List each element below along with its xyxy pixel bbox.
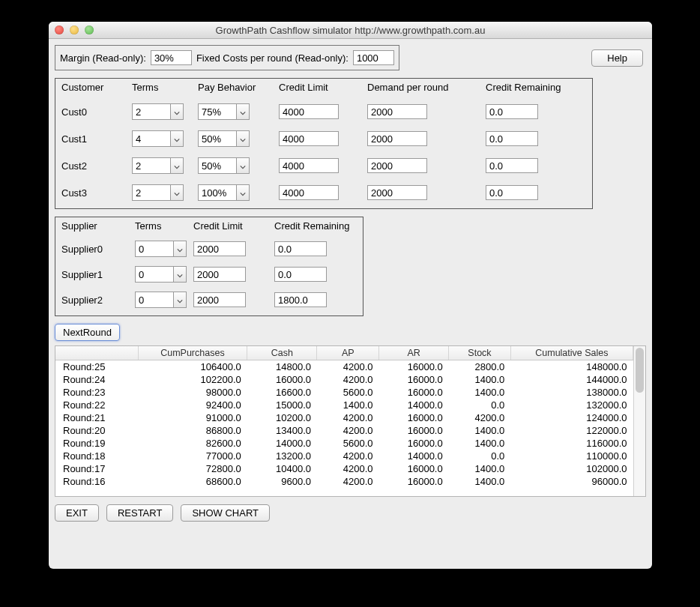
cust1-pay-value[interactable]	[198, 130, 236, 147]
sup2-credit-limit[interactable]	[193, 292, 246, 307]
col-header-3[interactable]: AP	[317, 346, 379, 360]
cust2-pay-value[interactable]	[198, 157, 236, 174]
table-cell: 9600.0	[247, 475, 317, 488]
table-row[interactable]: Round:1877000.013200.04200.014000.00.011…	[55, 450, 633, 462]
table-row[interactable]: Round:25106400.014800.04200.016000.02800…	[55, 360, 633, 374]
cust2-credit-remaining[interactable]	[486, 158, 538, 173]
cust1-demand[interactable]	[367, 131, 427, 146]
cust1-pay-dropdown[interactable]	[236, 130, 250, 147]
sup-header-supplier: Supplier	[61, 220, 129, 232]
sup0-terms-dropdown[interactable]	[173, 241, 187, 257]
fixed-costs-field[interactable]	[353, 50, 394, 65]
cust3-credit-remaining[interactable]	[486, 185, 538, 200]
cust0-demand[interactable]	[367, 104, 427, 119]
sup2-terms-value[interactable]	[135, 292, 173, 308]
table-cell: Round:21	[55, 411, 138, 424]
table-cell: Round:18	[55, 450, 138, 462]
sup2-credit-remaining[interactable]	[274, 292, 327, 307]
col-header-1[interactable]: CumPurchases	[138, 346, 247, 360]
titlebar: GrowthPath Cashflow simulator http://www…	[49, 22, 652, 39]
sup1-credit-remaining[interactable]	[274, 267, 327, 282]
close-icon[interactable]	[55, 25, 64, 34]
sup-header-terms: Terms	[135, 220, 187, 232]
sup0-terms-value[interactable]	[135, 241, 173, 257]
scrollbar-thumb[interactable]	[636, 348, 644, 393]
bottom-buttons: EXIT RESTART SHOW CHART	[55, 504, 646, 522]
col-header-0[interactable]	[55, 346, 138, 360]
table-row[interactable]: Round:1668600.09600.04200.016000.01400.0…	[55, 475, 633, 488]
sup1-terms-dropdown[interactable]	[173, 266, 187, 283]
sup0-credit-limit[interactable]	[193, 241, 246, 256]
help-button[interactable]: Help	[591, 49, 643, 67]
chevron-down-icon	[240, 160, 246, 172]
cust2-pay-dropdown[interactable]	[236, 157, 250, 174]
sup1-credit-limit[interactable]	[193, 267, 246, 282]
table-cell: 1400.0	[317, 399, 379, 411]
cust0-terms-dropdown[interactable]	[170, 103, 184, 120]
table-cell: 4200.0	[449, 411, 511, 424]
app-window: GrowthPath Cashflow simulator http://www…	[49, 22, 652, 569]
table-row[interactable]: Round:1982600.014000.05600.016000.01400.…	[55, 437, 633, 450]
table-row[interactable]: Round:2292400.015000.01400.014000.00.013…	[55, 399, 633, 411]
minimize-icon[interactable]	[70, 25, 79, 34]
table-cell: 91000.0	[138, 411, 247, 424]
table-cell: 116000.0	[510, 437, 633, 450]
table-row[interactable]: Round:2398000.016600.05600.016000.01400.…	[55, 386, 633, 399]
table-cell: 4200.0	[317, 475, 379, 488]
table-cell: Round:24	[55, 373, 138, 386]
table-row[interactable]: Round:24102200.016000.04200.016000.01400…	[55, 373, 633, 386]
sup2-terms-dropdown[interactable]	[173, 292, 187, 308]
cust2-credit-limit[interactable]	[279, 158, 339, 173]
margin-label: Margin (Read-only):	[60, 52, 146, 64]
table-row[interactable]: Round:1772800.010400.04200.016000.01400.…	[55, 462, 633, 475]
chevron-down-icon	[174, 160, 180, 172]
cust3-demand[interactable]	[367, 185, 427, 200]
cust3-terms-value[interactable]	[132, 184, 170, 201]
cust1-credit-limit[interactable]	[279, 131, 339, 146]
cust-name-3: Cust3	[61, 187, 126, 199]
cust2-terms-dropdown[interactable]	[170, 157, 184, 174]
cust0-terms-value[interactable]	[132, 103, 170, 120]
table-cell: Round:16	[55, 475, 138, 488]
cust3-pay-value[interactable]	[198, 184, 236, 201]
table-cell: 4200.0	[317, 411, 379, 424]
cust0-pay-dropdown[interactable]	[236, 103, 250, 120]
sup1-terms-value[interactable]	[135, 266, 173, 283]
margin-field[interactable]	[151, 50, 192, 65]
col-header-4[interactable]: AR	[379, 346, 449, 360]
table-cell: 148000.0	[510, 360, 633, 374]
cust3-terms-dropdown[interactable]	[170, 184, 184, 201]
suppliers-panel: SupplierTermsCredit LimitCredit Remainin…	[55, 217, 363, 316]
col-header-2[interactable]: Cash	[247, 346, 317, 360]
table-cell: 122000.0	[510, 424, 633, 437]
chevron-down-icon	[174, 187, 180, 199]
cust0-credit-limit[interactable]	[279, 104, 339, 119]
table-cell: 5600.0	[317, 437, 379, 450]
zoom-icon[interactable]	[85, 25, 94, 34]
table-row[interactable]: Round:2191000.010200.04200.016000.04200.…	[55, 411, 633, 424]
table-row[interactable]: Round:2086800.013400.04200.016000.01400.…	[55, 424, 633, 437]
col-header-5[interactable]: Stock	[449, 346, 511, 360]
cust3-credit-limit[interactable]	[279, 185, 339, 200]
sup0-credit-remaining[interactable]	[274, 241, 327, 256]
vertical-scrollbar[interactable]	[633, 346, 645, 496]
cust0-pay-value[interactable]	[198, 103, 236, 120]
col-header-6[interactable]: Cumulative Sales	[510, 346, 633, 360]
exit-button[interactable]: EXIT	[55, 504, 99, 522]
restart-button[interactable]: RESTART	[106, 504, 173, 522]
cust0-credit-remaining[interactable]	[486, 104, 538, 119]
table-cell: 16000.0	[379, 373, 449, 386]
cust-header-pay: Pay Behavior	[198, 82, 273, 93]
next-round-button[interactable]: NextRound	[55, 324, 120, 341]
cust1-credit-remaining[interactable]	[486, 131, 538, 146]
show-chart-button[interactable]: SHOW CHART	[181, 504, 270, 522]
cust1-terms-dropdown[interactable]	[170, 130, 184, 147]
table-cell: 16000.0	[379, 360, 449, 374]
cust2-demand[interactable]	[367, 158, 427, 173]
cust2-terms-value[interactable]	[132, 157, 170, 174]
chevron-down-icon	[177, 269, 183, 280]
table-cell: 77000.0	[138, 450, 247, 462]
cust3-pay-dropdown[interactable]	[236, 184, 250, 201]
cust1-terms-value[interactable]	[132, 130, 170, 147]
customers-panel: CustomerTermsPay BehaviorCredit LimitDem…	[55, 78, 593, 209]
